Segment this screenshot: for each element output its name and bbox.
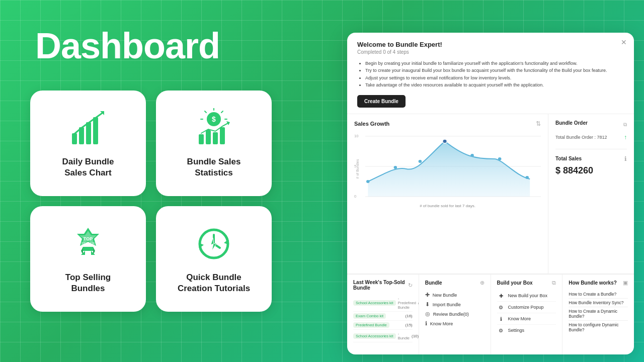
top-sold-item-4: School Accessories kit - Bundle (10) xyxy=(353,330,413,342)
svg-rect-13 xyxy=(206,130,211,144)
bundle-order-header: Bundle Order ⧉ xyxy=(555,120,627,130)
review-bundle-label: Review Bundle(0) xyxy=(433,312,469,317)
how-link-3[interactable]: How to Create a Dynamic Bundle? xyxy=(569,307,628,321)
svg-text:Oct 15: Oct 15 xyxy=(480,201,492,202)
how-bundle-works-header: How Bundle works? ▣ xyxy=(569,280,628,286)
step-4: Take advantage of the video resources av… xyxy=(365,81,624,88)
svg-point-40 xyxy=(419,160,422,163)
top-sold-badge-4: School Accessories kit xyxy=(353,333,396,339)
total-sales-info-icon[interactable]: ℹ xyxy=(624,155,627,162)
top-sold-section: Last Week's Top-Sold Bundle ↻ School Acc… xyxy=(347,275,419,354)
settings-icon: ⚙ xyxy=(497,326,505,334)
refresh-clock-icon xyxy=(194,224,234,264)
welcome-steps: Begin by creating your initial bundle to… xyxy=(357,60,624,89)
bundle-section-copy-icon[interactable]: ⊕ xyxy=(480,280,485,286)
import-bundle-icon: ⬇ xyxy=(425,301,430,308)
svg-rect-0 xyxy=(72,133,77,144)
top-sold-header: Last Week's Top-Sold Bundle ↻ xyxy=(353,280,413,291)
how-link-1[interactable]: How to Create a Bundle? xyxy=(569,290,628,299)
total-sales-box: Total Sales ℹ $ 884260 xyxy=(555,149,627,176)
chart-up-icon xyxy=(68,108,108,148)
know-more-byb-label: Know More xyxy=(508,316,531,321)
svg-rect-15 xyxy=(220,127,225,144)
sales-growth-header: Sales Growth ⇅ xyxy=(354,120,541,127)
card-daily-bundle-chart[interactable]: Daily BundleSales Chart xyxy=(30,90,146,196)
welcome-title: Welcome to Bundle Expert! xyxy=(357,41,624,48)
svg-text:$: $ xyxy=(212,115,216,123)
sales-growth-title: Sales Growth xyxy=(354,121,389,127)
settings-label: Settings xyxy=(508,328,525,333)
know-more-bundle-label: Know More xyxy=(430,321,453,326)
sales-growth-icon[interactable]: ⇅ xyxy=(536,120,541,127)
svg-text:Oct 10: Oct 10 xyxy=(365,201,376,202)
svg-text:TOP: TOP xyxy=(84,236,93,241)
svg-text:Oct 13: Oct 13 xyxy=(434,201,445,202)
how-bundle-works-title: How Bundle works? xyxy=(569,280,617,286)
svg-text:Oct 16: Oct 16 xyxy=(504,201,515,202)
svg-text:10: 10 xyxy=(354,134,358,138)
bundle-order-section: Bundle Order ⧉ Total Bundle Order : 7812… xyxy=(548,114,634,274)
settings-btn[interactable]: ⚙ Settings xyxy=(497,325,556,336)
top-sold-count-2: (16) xyxy=(406,314,413,318)
step-1: Begin by creating your initial bundle to… xyxy=(365,60,624,67)
card-top-selling[interactable]: TOP SELLER Top SellingBundles xyxy=(30,206,146,312)
review-bundle-icon: ◎ xyxy=(425,311,430,317)
step-2: Try to create your inaugural Build your … xyxy=(365,67,624,74)
how-link-4[interactable]: How to configure Dynamic Bundle? xyxy=(569,321,628,334)
close-button[interactable]: ✕ xyxy=(621,39,627,46)
bundle-section-header: Bundle ⊕ xyxy=(425,280,485,286)
how-bundle-works-video-icon[interactable]: ▣ xyxy=(623,280,628,286)
top-sold-count-4: (10) xyxy=(412,334,419,338)
bundle-order-copy-icon[interactable]: ⧉ xyxy=(623,122,627,128)
card-bundle-sales-stats[interactable]: $ Bundle SalesStatistics xyxy=(156,90,272,196)
bundle-section: Bundle ⊕ ✚ New Bundle ⬇ Import Bundle ◎ … xyxy=(419,275,491,354)
svg-line-8 xyxy=(221,111,223,113)
know-more-byb-icon: ℹ xyxy=(497,315,505,323)
top-sold-title: Last Week's Top-Sold Bundle xyxy=(353,280,408,291)
total-sales-title: Total Sales xyxy=(555,156,582,161)
bar-chart-dollar-icon: $ xyxy=(194,108,234,148)
new-byb-label: New Build your Box xyxy=(508,293,548,298)
customize-popup-label: Customize Popup xyxy=(508,305,544,310)
svg-text:# of Bundles: # of Bundles xyxy=(355,159,359,178)
top-sold-badge-2: Exam Combo kit xyxy=(353,313,386,319)
svg-rect-12 xyxy=(199,134,204,144)
review-bundle-btn[interactable]: ◎ Review Bundle(0) xyxy=(425,309,485,319)
svg-text:0: 0 xyxy=(354,194,356,199)
new-build-your-box-btn[interactable]: ✚ New Build your Box xyxy=(497,290,556,302)
cards-grid: Daily BundleSales Chart $ xyxy=(30,90,272,312)
top-sold-item-2: Exam Combo kit (16) xyxy=(353,312,413,321)
svg-line-10 xyxy=(205,111,206,113)
card-quick-bundle[interactable]: Quick BundleCreation Tutorials xyxy=(156,206,272,312)
welcome-subtitle: Completed 0 of 4 steps xyxy=(357,49,624,55)
top-sold-refresh-icon[interactable]: ↻ xyxy=(408,282,413,289)
know-more-bundle-btn[interactable]: ℹ Know More xyxy=(425,319,485,328)
build-your-box-section: Build your Box ⧉ ✚ New Build your Box ⚙ … xyxy=(491,275,563,354)
new-bundle-btn[interactable]: ✚ New Bundle xyxy=(425,290,485,300)
new-bundle-label: New Bundle xyxy=(433,293,457,298)
how-link-2[interactable]: How Bundle Inventory Sync? xyxy=(569,299,628,307)
new-byb-icon: ✚ xyxy=(497,292,505,300)
bundle-section-title: Bundle xyxy=(425,280,442,286)
total-order-label: Total Bundle Order : 7812 xyxy=(555,135,607,140)
create-bundle-button[interactable]: Create Bundle xyxy=(357,95,406,108)
svg-point-44 xyxy=(525,176,529,179)
card-daily-label: Daily BundleSales Chart xyxy=(62,156,114,178)
total-sales-header: Total Sales ℹ xyxy=(555,155,627,162)
build-your-box-copy-icon[interactable]: ⧉ xyxy=(552,280,556,286)
card-bundle-sales-label: Bundle SalesStatistics xyxy=(187,156,241,178)
svg-point-39 xyxy=(394,166,397,169)
import-bundle-btn[interactable]: ⬇ Import Bundle xyxy=(425,300,485,309)
chart-x-label: # of bundle sold for last 7 days. xyxy=(354,204,541,208)
top-sold-item-1: School Accessories kit - Predefined Bund… xyxy=(353,295,413,312)
top-sold-sub-4: - Bundle xyxy=(398,331,410,340)
svg-point-41 xyxy=(443,139,447,143)
top-sold-count-3: (15) xyxy=(406,323,413,327)
svg-text:Oct 14: Oct 14 xyxy=(457,201,468,202)
bottom-row: Last Week's Top-Sold Bundle ↻ School Acc… xyxy=(347,274,634,354)
know-more-byb-btn[interactable]: ℹ Know More xyxy=(497,313,556,325)
customize-popup-btn[interactable]: ⚙ Customize Popup xyxy=(497,302,556,313)
total-order-row: Total Bundle Order : 7812 ↑ xyxy=(555,134,627,141)
top-sold-badge-1: School Accessories kit xyxy=(353,300,396,306)
svg-text:SELLER: SELLER xyxy=(82,242,95,245)
